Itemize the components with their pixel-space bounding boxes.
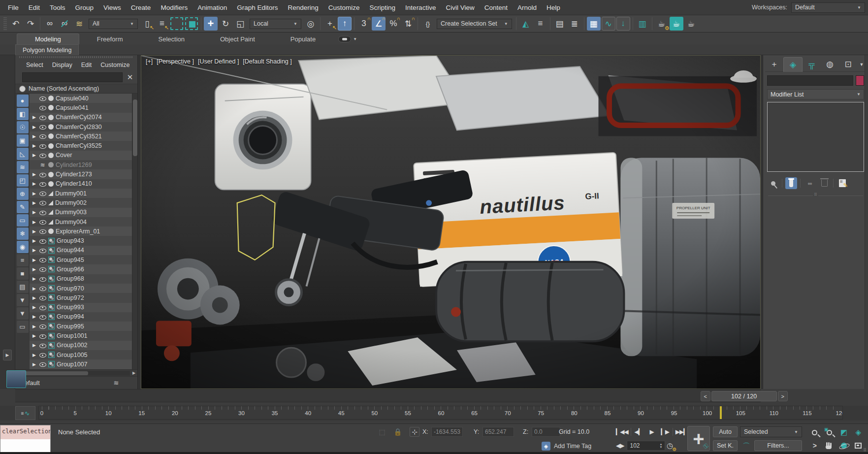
show-end-result-icon[interactable] (785, 177, 797, 189)
search-input[interactable] (22, 72, 123, 82)
expand-arrow-icon[interactable]: ▶ (32, 134, 37, 139)
absolute-offset-mode-icon[interactable]: ⊹ (410, 427, 419, 437)
column-header[interactable]: Name (Sorted Ascending) (15, 84, 137, 94)
frame-ruler[interactable]: 0510152025303540455055606570758085909510… (38, 406, 843, 420)
expand-arrow-icon[interactable]: ▶ (32, 220, 37, 225)
perspective-viewport[interactable]: [+] [Perspective ] [User Defined ] [Defa… (141, 55, 761, 389)
expand-arrow-icon[interactable]: ▶ (32, 353, 37, 357)
expand-arrow-icon[interactable]: ▶ (32, 229, 37, 234)
key-mode-toggle-icon[interactable]: ◀▶ (615, 440, 625, 451)
explorer-menu-display[interactable]: Display (48, 61, 76, 69)
modifier-stack[interactable] (767, 102, 864, 172)
visibility-eye-icon[interactable] (39, 228, 46, 234)
viewport-menu-general[interactable]: [+] (146, 58, 153, 65)
listener-script-line[interactable] (0, 439, 50, 453)
menu-rendering[interactable]: Rendering (283, 0, 323, 15)
visibility-eye-icon[interactable] (39, 323, 46, 329)
expand-arrow-icon[interactable]: ▶ (32, 248, 37, 253)
list-item[interactable]: ▶Cover (30, 151, 132, 160)
visibility-eye-icon[interactable] (39, 257, 46, 263)
tab-freeform[interactable]: Freeform (79, 34, 141, 44)
select-and-manipulate-icon[interactable]: + (323, 17, 337, 31)
visibility-eye-icon[interactable] (39, 209, 46, 216)
percent-snap-toggle-icon[interactable]: % (386, 17, 400, 31)
visibility-eye-icon[interactable] (39, 114, 46, 121)
expand-arrow-icon[interactable]: ▶ (32, 333, 37, 338)
selection-filter-dropdown[interactable]: All▼ (89, 19, 138, 29)
visibility-eye-icon[interactable] (39, 333, 46, 339)
menu-civil-view[interactable]: Civil View (441, 0, 479, 15)
expand-arrow-icon[interactable]: ▶ (32, 115, 37, 120)
list-item[interactable]: ▶Group944 (30, 246, 132, 255)
list-item[interactable]: ▶ChamferCyl2074 (30, 113, 132, 122)
tab-create-icon[interactable]: + (765, 57, 783, 72)
time-slider[interactable]: < 102 / 120 > (15, 389, 761, 402)
edit-named-selection-sets-icon[interactable]: { } (420, 17, 434, 31)
current-frame-display[interactable]: 102 / 120 (711, 391, 777, 401)
groups-filter-icon[interactable]: ◰ (17, 174, 29, 187)
list-item[interactable]: ▶Group966 (30, 264, 132, 274)
menu-customize[interactable]: Customize (323, 0, 365, 15)
clear-search-icon[interactable]: ✕ (126, 73, 134, 82)
explorer-menu-customize[interactable]: Customize (96, 61, 133, 69)
list-item[interactable]: ▶Group995 (30, 322, 132, 331)
time-slider-handle[interactable]: < 102 / 120 > (701, 391, 788, 401)
render-production-icon[interactable]: ☕ (684, 17, 698, 31)
select-and-move-icon[interactable]: + (204, 17, 218, 31)
menu-modifiers[interactable]: Modifiers (156, 0, 193, 15)
toggle-scene-explorer-icon[interactable]: ▤ (553, 17, 567, 31)
visibility-eye-icon[interactable] (39, 247, 46, 254)
zoom-all-icon[interactable] (822, 426, 837, 439)
explorer-menu-select[interactable]: Select (22, 61, 47, 69)
visibility-eye-icon[interactable] (39, 266, 46, 272)
expand-arrow-icon[interactable]: ▶ (32, 324, 37, 329)
angle-snap-toggle-icon[interactable]: ∠ (372, 17, 386, 31)
visibility-eye-icon[interactable] (39, 199, 46, 206)
toolbar-drag-handle[interactable] (3, 17, 7, 30)
visibility-eye-icon[interactable] (39, 342, 46, 349)
panel-scrollbar[interactable] (865, 55, 868, 389)
menu-arnold[interactable]: Arnold (513, 0, 542, 15)
tab-hierarchy-icon[interactable]: ╦ (803, 57, 821, 72)
previous-frame-icon[interactable]: ◀▎ (633, 426, 644, 437)
list-item[interactable]: Capsule041 (30, 103, 132, 112)
list-item[interactable]: Capsule040 (30, 94, 132, 103)
bones-filter-icon[interactable]: ✎ (17, 201, 29, 213)
snaps-toggle-3d-icon[interactable]: 3 (357, 17, 371, 31)
frame-spinner[interactable]: ▲▼ (659, 443, 662, 449)
rectangular-selection-region-icon[interactable] (170, 17, 183, 30)
list-item[interactable]: ▶Group943 (30, 236, 132, 245)
visibility-eye-icon[interactable] (39, 304, 46, 311)
list-item[interactable]: ▶Dummy002 (30, 198, 132, 207)
geometry-filter-icon[interactable]: ● (17, 95, 29, 107)
auto-key-button[interactable]: Auto (713, 426, 738, 437)
undo-icon[interactable]: ↶ (9, 17, 23, 31)
viewport-canvas[interactable]: PROPELLER UNIT nautillus G-II (141, 56, 760, 389)
toggle-ribbon-icon[interactable]: ▦ (587, 17, 601, 31)
object-color-swatch[interactable] (856, 75, 864, 86)
display-doc-icon[interactable]: ▤ (17, 281, 29, 293)
menu-group[interactable]: Group (70, 0, 99, 15)
field-of-view-icon[interactable]: > (807, 439, 822, 453)
y-coordinate-field[interactable] (482, 427, 514, 437)
add-time-tag[interactable]: ◈ Add Time Tag (542, 442, 591, 451)
list-item[interactable]: ▶ChamferCyl2830 (30, 122, 132, 131)
next-frame-button[interactable]: > (778, 391, 788, 401)
visibility-eye-icon[interactable] (39, 124, 46, 130)
list-item[interactable]: ▶Cylinder1410 (30, 179, 132, 189)
visibility-eye-icon[interactable] (39, 181, 46, 187)
open-mini-curve-editor-button[interactable]: ≡ ∿ (15, 406, 35, 420)
scroll-right-icon[interactable]: ▶ (130, 371, 137, 375)
maxscript-mini-listener[interactable]: clearSelection (0, 425, 51, 453)
expand-arrow-icon[interactable]: ▶ (32, 153, 37, 158)
select-object-icon[interactable]: ▯ (140, 17, 154, 31)
zoom-icon[interactable] (807, 426, 822, 439)
menu-edit[interactable]: Edit (24, 0, 45, 15)
expand-arrow-icon[interactable]: ▶ (32, 191, 37, 196)
workspace-dropdown[interactable]: Default ▼ (791, 2, 865, 13)
viewport-menu-shading[interactable]: [Default Shading ] (243, 58, 291, 65)
visibility-eye-icon[interactable] (39, 219, 46, 225)
list-item[interactable]: ≋Cylinder1269 (30, 160, 132, 169)
default-tangent-icon[interactable]: ⌒ (740, 441, 753, 452)
play-animation-icon[interactable]: ▶ (646, 426, 658, 437)
